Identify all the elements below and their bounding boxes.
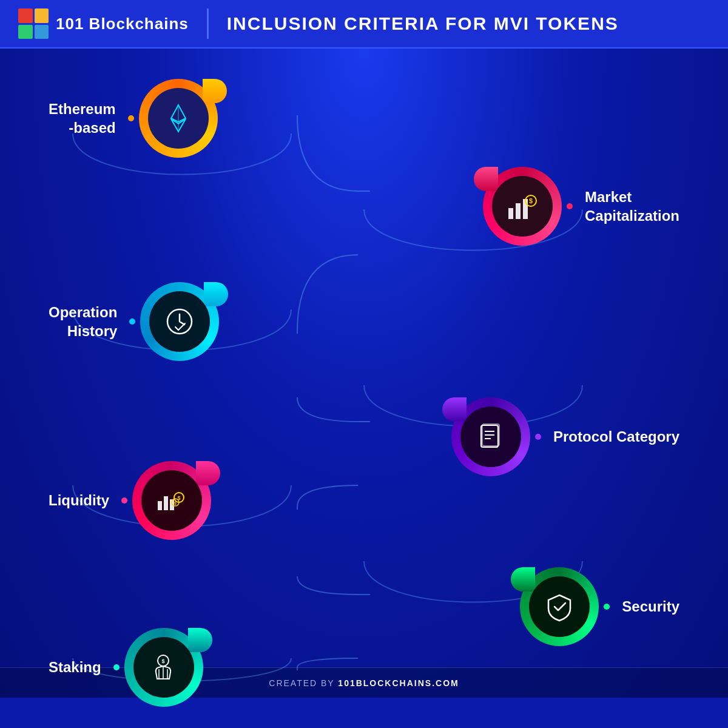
protocol-category-icon xyxy=(474,420,507,454)
protocol-category-dot xyxy=(535,434,541,440)
svg-rect-3 xyxy=(508,208,513,219)
market-cap-label2: Capitalization xyxy=(585,206,679,225)
svg-rect-15 xyxy=(164,496,168,510)
page-title: INCLUSION CRITERIA FOR MVI TOKENS xyxy=(227,13,619,34)
operation-history-icon-wrapper xyxy=(140,282,219,361)
svg-rect-9 xyxy=(481,425,498,447)
security-tail xyxy=(511,567,535,592)
header: 101 Blockchains INCLUSION CRITERIA FOR M… xyxy=(0,0,728,49)
protocol-category-icon-bg xyxy=(460,406,521,467)
logo-icon xyxy=(18,8,49,39)
protocol-category-icon-wrapper xyxy=(451,397,530,476)
operation-history-dot xyxy=(129,318,135,325)
ethereum-dot xyxy=(128,115,134,121)
security-dot xyxy=(604,604,610,610)
criterion-protocol-category: Protocol Category xyxy=(451,397,679,476)
liquidity-tail xyxy=(196,461,220,485)
market-cap-icon: $ xyxy=(505,190,539,223)
security-icon-bg xyxy=(529,576,590,637)
operation-history-tail xyxy=(204,282,228,306)
eth-tail xyxy=(203,79,227,103)
staking-label: Staking xyxy=(49,658,101,676)
market-cap-tail xyxy=(474,167,498,191)
staking-icon: $ xyxy=(147,651,180,684)
logo-block-red xyxy=(18,8,33,23)
criterion-market-cap: Market Capitalization $ xyxy=(483,167,679,246)
header-divider xyxy=(207,8,209,39)
ethereum-icon xyxy=(163,103,194,134)
logo-block-blue xyxy=(35,25,49,39)
criterion-security: Security xyxy=(520,567,679,646)
ethereum-icon-wrapper xyxy=(139,79,218,158)
liquidity-icon: $ $ xyxy=(155,484,188,517)
operation-history-icon-bg xyxy=(149,291,210,352)
logo-text: 101 Blockchains xyxy=(56,15,189,33)
criterion-ethereum: Ethereum -based xyxy=(49,79,218,158)
ethereum-icon-bg xyxy=(148,88,209,149)
svg-rect-14 xyxy=(158,501,162,510)
svg-text:$: $ xyxy=(162,658,165,664)
protocol-category-label: Protocol Category xyxy=(553,427,679,446)
footer-text: CREATED BY 101BLOCKCHAINS.COM xyxy=(269,678,459,688)
protocol-category-tail xyxy=(442,397,467,422)
market-cap-icon-bg: $ xyxy=(492,176,553,237)
criterion-liquidity: Liquidity $ $ xyxy=(49,461,211,540)
operation-history-label: Operation xyxy=(49,303,117,322)
staking-icon-wrapper: $ xyxy=(124,628,203,707)
footer-label: CREATED BY xyxy=(269,678,338,688)
svg-text:$: $ xyxy=(529,197,533,204)
svg-rect-4 xyxy=(516,203,521,219)
security-icon xyxy=(543,590,576,624)
criterion-staking: Staking $ xyxy=(49,628,203,707)
market-cap-icon-wrapper: $ xyxy=(483,167,562,246)
security-icon-wrapper xyxy=(520,567,599,646)
liquidity-icon-bg: $ $ xyxy=(141,470,202,531)
liquidity-label: Liquidity xyxy=(49,491,109,510)
staking-icon-bg: $ xyxy=(133,637,194,698)
market-cap-dot xyxy=(567,203,573,209)
security-label: Security xyxy=(622,597,679,616)
logo-area: 101 Blockchains xyxy=(18,8,189,39)
staking-tail xyxy=(188,628,212,652)
market-cap-label: Market xyxy=(585,187,679,206)
svg-text:$: $ xyxy=(175,500,177,505)
ethereum-label: Ethereum xyxy=(49,99,116,118)
logo-block-green xyxy=(18,25,33,39)
liquidity-icon-wrapper: $ $ xyxy=(132,461,211,540)
operation-history-label2: History xyxy=(49,322,117,340)
operation-history-icon xyxy=(163,305,197,339)
ethereum-label2: -based xyxy=(49,118,116,137)
liquidity-dot xyxy=(121,497,127,504)
logo-block-yellow xyxy=(35,8,49,23)
staking-dot xyxy=(113,664,120,670)
footer-brand: 101BLOCKCHAINS.COM xyxy=(338,678,459,688)
criterion-operation-history: Operation History xyxy=(49,282,219,361)
